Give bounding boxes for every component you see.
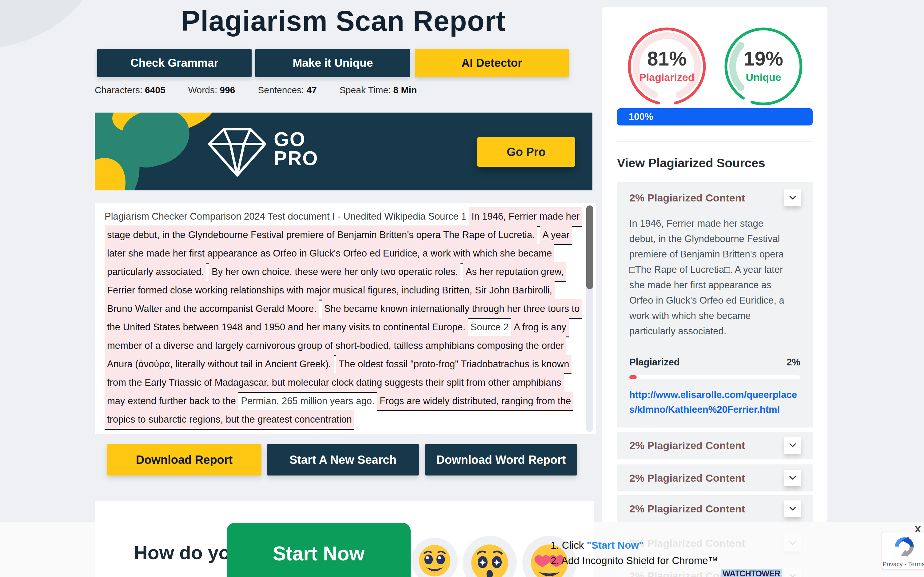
stat-item: Sentences:47 xyxy=(258,85,316,95)
go-pro-logo-text: GO PRO xyxy=(274,130,318,168)
source-card-expanded: 2% Plagiarized Content In 1946, Ferrier … xyxy=(617,182,813,427)
stat-label: Words: xyxy=(188,85,217,95)
expand-source-button[interactable] xyxy=(784,437,801,454)
stat-item: Characters:6405 xyxy=(95,85,166,95)
source-card-title: 2% Plagiarized Content xyxy=(629,440,745,451)
plagiarized-sources-heading: View Plagiarized Sources xyxy=(617,156,813,170)
source-progress-fill xyxy=(629,375,637,379)
stat-value: 8 Min xyxy=(393,85,417,95)
source-card-collapsed: 2% Plagiarized Content xyxy=(617,464,813,492)
plagiarism-scan-report-page: Plagiarism Scan Report Check Grammar Mak… xyxy=(0,0,924,577)
stat-value: 6405 xyxy=(145,85,166,95)
ai-detector-button[interactable]: AI Detector xyxy=(415,49,569,77)
recaptcha-badge[interactable]: Privacy - Terms xyxy=(882,532,924,569)
rating-ad-headline: How do you rate your xyxy=(134,537,242,577)
source-url-link[interactable]: http://www.elisarolle.com/queerplaces/kl… xyxy=(629,388,803,417)
stat-item: Speak Time:8 Min xyxy=(340,85,417,95)
unique-donut: 19% Unique xyxy=(722,24,805,108)
stat-value: 47 xyxy=(306,85,316,95)
source-plagiarized-label: Plagiarized xyxy=(629,357,680,368)
scanned-document-text: Plagiarism Checker Comparison 2024 Test … xyxy=(105,207,580,429)
plagiarized-percentage: 81% xyxy=(625,47,709,70)
collapse-source-button[interactable] xyxy=(784,189,801,206)
rating-ad-panel: How do you rate your Start Now xyxy=(95,501,593,577)
unique-percentage: 19% xyxy=(722,47,805,70)
document-plain-text xyxy=(319,303,322,314)
step-2-text: 2. Add Incognito Shield for Chrome™ xyxy=(551,553,718,568)
go-pro-button[interactable]: Go Pro xyxy=(477,137,575,167)
diamond-icon xyxy=(205,124,269,179)
stat-label: Sentences: xyxy=(258,85,304,95)
plagiarized-label: Plagiarized xyxy=(625,71,709,83)
star-struck-emoji xyxy=(411,538,458,577)
document-stats-row: Characters:6405Words:996Sentences:47Spea… xyxy=(95,85,592,95)
stat-label: Speak Time: xyxy=(340,85,391,95)
recaptcha-terms[interactable]: Privacy - Terms xyxy=(882,561,924,568)
source-card-title: 2% Plagiarized Content xyxy=(629,472,745,484)
make-it-unique-button[interactable]: Make it Unique xyxy=(255,49,410,77)
start-now-link[interactable]: "Start Now" xyxy=(587,540,643,551)
check-grammar-button[interactable]: Check Grammar xyxy=(97,49,252,77)
astonished-emoji xyxy=(463,536,517,577)
document-plain-text xyxy=(460,266,463,277)
source-card-collapsed: 2% Plagiarized Content xyxy=(617,495,813,522)
source-card-title: 2% Plagiarized Content xyxy=(629,503,745,515)
recaptcha-icon xyxy=(893,535,916,558)
document-plain-text xyxy=(206,266,209,277)
plagiarized-highlight: By her own choice, these were her only t… xyxy=(209,262,460,282)
chevron-down-icon xyxy=(789,476,796,480)
document-plain-text xyxy=(334,359,337,369)
document-plain-text: Permian, 265 million years ago. xyxy=(239,395,377,406)
stat-value: 996 xyxy=(219,85,235,95)
stat-label: Characters: xyxy=(95,85,142,95)
expand-source-button[interactable] xyxy=(784,470,801,486)
ad-instructions: 1. Click "Start Now" 2. Add Incognito Sh… xyxy=(551,538,718,568)
watchtower-logo: WATCHTOWER xyxy=(721,569,782,577)
source-progress-track xyxy=(629,375,800,379)
stat-item: Words:996 xyxy=(188,85,235,95)
start-new-search-button[interactable]: Start A New Search xyxy=(267,444,419,475)
document-scrollbar-thumb[interactable] xyxy=(586,205,593,289)
chevron-down-icon xyxy=(789,443,796,448)
step-1-text: 1. Click xyxy=(551,540,587,551)
document-plain-text: Source 2 xyxy=(468,322,511,332)
source-card-collapsed: 2% Plagiarized Content xyxy=(617,432,813,459)
scanned-document-panel: Plagiarism Checker Comparison 2024 Test … xyxy=(95,203,596,434)
corner-decoration xyxy=(0,0,105,49)
chevron-down-icon xyxy=(789,196,796,200)
chevron-down-icon xyxy=(789,506,796,511)
download-word-report-button[interactable]: Download Word Report xyxy=(425,444,577,475)
source-card-title: 2% Plagiarized Content xyxy=(629,192,745,204)
divider xyxy=(617,141,813,142)
expand-source-button[interactable] xyxy=(784,500,801,517)
start-now-button[interactable]: Start Now xyxy=(227,523,411,577)
source-plagiarized-value: 2% xyxy=(787,357,800,368)
document-plain-text: Plagiarism Checker Comparison 2024 Test … xyxy=(105,211,469,222)
download-report-button[interactable]: Download Report xyxy=(107,444,261,475)
unique-label: Unique xyxy=(722,71,805,83)
scan-progress-bar: 100% xyxy=(617,108,813,126)
source-excerpt: In 1946, Ferrier made her stage debut, i… xyxy=(629,216,789,339)
page-title: Plagiarism Scan Report xyxy=(95,5,592,37)
plagiarized-donut: 81% Plagiarized xyxy=(625,24,709,108)
